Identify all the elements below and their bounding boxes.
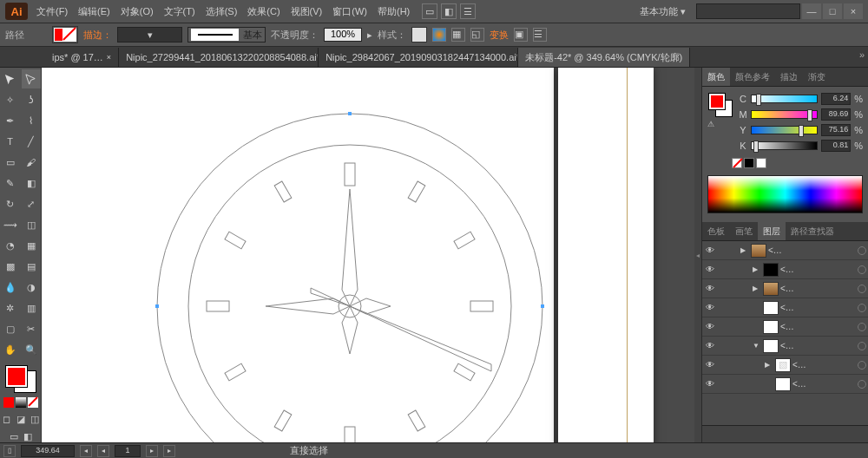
yellow-slider[interactable]: Y75.16%	[739, 123, 863, 137]
tab-swatches[interactable]: 色板	[702, 222, 730, 240]
pen-tool[interactable]: ✒	[1, 111, 20, 130]
visibility-icon[interactable]: 👁	[704, 265, 716, 274]
rotate-tool[interactable]: ↻	[1, 194, 20, 213]
layer-name[interactable]: <…	[792, 360, 806, 370]
doc-tab-1[interactable]: Nipic_27299441_20180613220208854088.ai* …	[119, 48, 319, 67]
none-color-icon[interactable]	[28, 397, 38, 408]
artboard-next-icon[interactable]: ▸	[146, 445, 158, 457]
layout-icon-1[interactable]: ▭	[422, 3, 437, 19]
magic-wand-tool[interactable]: ✧	[1, 90, 20, 109]
layer-name[interactable]: <…	[780, 303, 794, 312]
clock-artwork[interactable]	[155, 111, 545, 442]
pencil-tool[interactable]: ✎	[1, 173, 20, 193]
target-icon[interactable]	[858, 342, 866, 350]
zoom-level[interactable]: 349.64	[21, 445, 75, 457]
menu-text[interactable]: 文字(T)	[159, 2, 201, 22]
curvature-tool[interactable]: ⌇	[22, 111, 41, 130]
align-icon[interactable]: ▦	[451, 28, 465, 42]
menu-object[interactable]: 对象(O)	[115, 2, 159, 22]
magenta-slider[interactable]: M89.69%	[739, 108, 863, 121]
symbol-sprayer-tool[interactable]: ✲	[1, 298, 20, 317]
menu-view[interactable]: 视图(V)	[286, 2, 328, 22]
target-icon[interactable]	[858, 380, 866, 389]
visibility-icon[interactable]: 👁	[704, 379, 716, 389]
visibility-icon[interactable]: 👁	[704, 341, 716, 350]
panel-collapse-bar[interactable]: ◂	[694, 68, 701, 442]
gradient-tool[interactable]: ▤	[22, 257, 41, 276]
workspace-switcher[interactable]: 基本功能 ▾	[635, 2, 691, 22]
panel-fill-stroke[interactable]	[707, 92, 733, 118]
gradient-color-icon[interactable]	[16, 397, 26, 408]
graph-tool[interactable]: ▥	[22, 298, 41, 317]
menu-window[interactable]: 窗口(W)	[327, 2, 372, 22]
layer-row[interactable]: 👁▶▧<…	[702, 356, 868, 375]
layer-name[interactable]: <…	[780, 284, 794, 293]
zoom-tool[interactable]: 🔍	[22, 340, 41, 359]
layer-name[interactable]: <…	[768, 245, 782, 255]
artboard-next2-icon[interactable]: ▸	[163, 445, 175, 457]
target-icon[interactable]	[858, 323, 866, 331]
visibility-icon[interactable]: 👁	[704, 322, 716, 331]
recolor-icon[interactable]	[432, 28, 446, 42]
scale-tool[interactable]: ⤢	[22, 194, 41, 213]
layout-icon-2[interactable]: ◧	[441, 3, 457, 19]
fill-stroke-swatch[interactable]	[52, 26, 78, 43]
disclosure-icon[interactable]: ▶	[740, 246, 749, 254]
window-minimize[interactable]: —	[802, 3, 821, 19]
doc-tab-0[interactable]: ips* @ 17…×	[45, 48, 119, 67]
layer-row[interactable]: 👁<…	[702, 375, 868, 394]
tab-pathfinder[interactable]: 路径查找器	[786, 222, 839, 240]
target-icon[interactable]	[858, 285, 866, 293]
layer-name[interactable]: <…	[780, 265, 794, 274]
direct-selection-tool[interactable]	[22, 69, 41, 88]
visibility-icon[interactable]: 👁	[704, 284, 716, 293]
menu-edit[interactable]: 编辑(E)	[73, 2, 115, 22]
search-field[interactable]	[696, 3, 800, 19]
color-spectrum[interactable]	[707, 175, 863, 213]
line-tool[interactable]: ╱	[22, 132, 41, 151]
artboard-prev2-icon[interactable]: ◂	[97, 445, 109, 457]
artboard-prev-icon[interactable]: ◂	[80, 445, 92, 457]
layer-row[interactable]: 👁▶<…	[702, 260, 868, 279]
target-icon[interactable]	[858, 361, 866, 370]
layer-row[interactable]: 👁<…	[702, 298, 868, 317]
perspective-grid-tool[interactable]: ▦	[22, 236, 41, 255]
doc-tab-2[interactable]: Nipic_29842067_20190903182447134000.ai* …	[319, 48, 518, 67]
window-close[interactable]: ×	[844, 3, 863, 19]
eyedropper-tool[interactable]: 💧	[1, 278, 20, 297]
artboard-number[interactable]: 1	[115, 445, 141, 457]
other-icon[interactable]: ☰	[533, 28, 547, 42]
brush-def-selector[interactable]: 基本	[187, 27, 266, 43]
stroke-label[interactable]: 描边：	[83, 29, 112, 42]
transform-label[interactable]: 变换	[490, 29, 509, 42]
layer-row[interactable]: 👁▶<…	[702, 241, 868, 260]
doc-tab-3[interactable]: 未标题-42* @ 349.64% (CMYK/轮廓)	[518, 48, 690, 67]
layer-row[interactable]: 👁▼<…	[702, 337, 868, 356]
layers-footer[interactable]	[702, 425, 868, 442]
width-tool[interactable]: ⟿	[1, 215, 20, 234]
guide-vertical[interactable]	[627, 68, 628, 442]
tab-color[interactable]: 颜色	[702, 68, 730, 86]
style-swatch[interactable]	[411, 27, 427, 43]
hand-tool[interactable]: ✋	[1, 340, 20, 359]
layer-row[interactable]: 👁<…	[702, 317, 868, 337]
layer-row[interactable]: 👁▶<…	[702, 279, 868, 298]
tabs-overflow-icon[interactable]: »	[859, 49, 865, 60]
artboard-tool[interactable]: ▢	[1, 319, 20, 338]
bw-swatches[interactable]	[732, 158, 863, 168]
layout-icon-3[interactable]: ☰	[460, 3, 476, 19]
tab-stroke[interactable]: 描边	[775, 68, 803, 86]
tab-gradient[interactable]: 渐变	[803, 68, 831, 86]
menu-help[interactable]: 帮助(H)	[372, 2, 415, 22]
screen-mode-icon[interactable]: ▭	[8, 430, 20, 442]
menu-file[interactable]: 文件(F)	[31, 2, 73, 22]
nav-first-icon[interactable]: ▯	[3, 445, 16, 457]
shape-mode-icon[interactable]: ◱	[470, 28, 484, 42]
layer-name[interactable]: <…	[780, 322, 794, 331]
black-slider[interactable]: K0.81%	[739, 139, 863, 153]
shape-builder-tool[interactable]: ◔	[1, 236, 20, 255]
disclosure-icon[interactable]: ▶	[765, 361, 773, 369]
slice-tool[interactable]: ✂	[22, 319, 41, 338]
screen-mode-2-icon[interactable]: ◧	[22, 430, 34, 442]
draw-inside-icon[interactable]: ◫	[29, 413, 41, 425]
